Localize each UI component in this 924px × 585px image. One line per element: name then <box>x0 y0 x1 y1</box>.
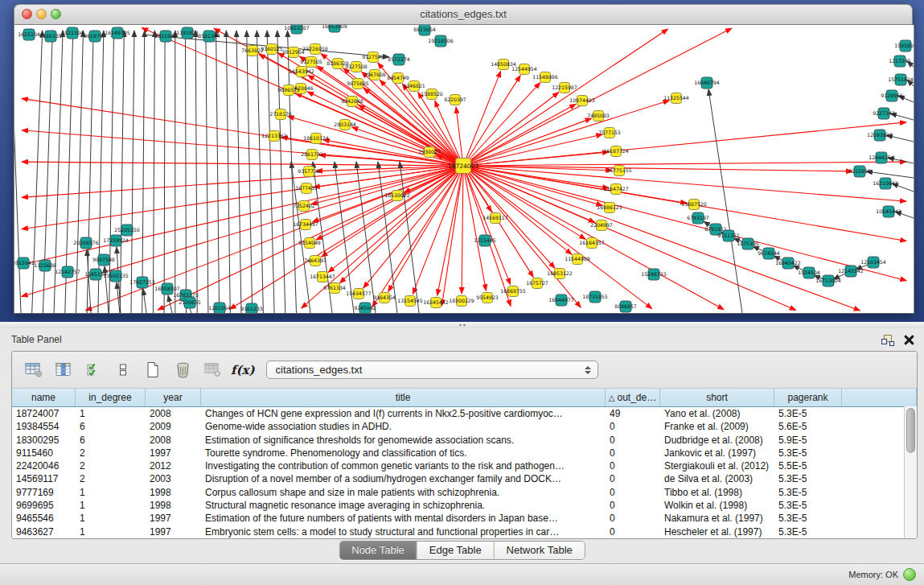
network-node[interactable]: 9161233 <box>240 303 263 314</box>
cell-year[interactable]: 2009 <box>146 420 201 433</box>
network-node[interactable]: 15434577 <box>346 289 372 299</box>
cell-pagerank[interactable]: 5.3E-5 <box>774 447 842 459</box>
network-node[interactable]: 18731055 <box>582 291 608 303</box>
cell-title[interactable]: Estimation of the future numbers of pati… <box>201 512 606 525</box>
network-node[interactable]: 2718176 <box>269 109 292 120</box>
network-node[interactable]: 2861733 <box>301 150 323 160</box>
network-node[interactable]: 9127546 <box>362 52 384 63</box>
cell-out_degree[interactable]: 0 <box>606 447 660 459</box>
network-node[interactable]: 23226058 <box>302 44 328 55</box>
cell-title[interactable]: Structural magnetic resonance image aver… <box>201 499 606 512</box>
cell-out_degree[interactable]: 0 <box>606 459 660 472</box>
table-row[interactable]: 1830029562008Estimation of significance … <box>12 434 917 447</box>
cell-out_degree[interactable]: 0 <box>606 420 660 433</box>
network-node[interactable]: 12093822 <box>867 130 893 141</box>
network-node[interactable]: 1217245 <box>889 56 911 67</box>
network-node[interactable]: 3915941 <box>14 257 35 269</box>
network-node[interactable]: 9242848 <box>341 97 363 107</box>
network-node[interactable]: 16869755 <box>500 286 526 297</box>
cell-short[interactable]: Tibbo et al. (1998) <box>660 486 774 499</box>
network-node[interactable]: 8912954 <box>282 47 305 58</box>
table-mode-icon[interactable] <box>23 360 44 381</box>
network-node[interactable]: 7664397 <box>304 256 326 266</box>
table-row[interactable]: 946554611997Estimation of the future num… <box>12 512 917 525</box>
network-node[interactable]: 9554923 <box>476 293 499 303</box>
network-node[interactable]: 16543942 <box>289 67 314 77</box>
cell-year[interactable]: 1997 <box>146 512 201 525</box>
tab-node-table[interactable]: Node Table <box>339 542 417 559</box>
network-node[interactable]: 2180335 <box>39 31 62 42</box>
clear-selection-icon[interactable] <box>113 360 133 381</box>
function-builder-icon[interactable]: f(x) <box>231 363 255 377</box>
cell-year[interactable]: 1997 <box>146 525 201 538</box>
column-header-pagerank[interactable]: pagerank <box>774 389 842 406</box>
cell-in_degree[interactable]: 1 <box>76 512 146 525</box>
network-node[interactable]: 8572274 <box>388 54 410 65</box>
cell-pagerank[interactable]: 5.3E-5 <box>774 499 842 512</box>
network-node[interactable]: 10545443 <box>876 206 901 217</box>
cell-year[interactable]: 2012 <box>146 459 201 472</box>
network-node[interactable]: 13154545 <box>397 296 423 307</box>
network-node[interactable]: 25205150 <box>114 225 140 236</box>
cell-pagerank[interactable]: 5.3E-5 <box>774 472 842 485</box>
network-node[interactable]: 1675727 <box>526 278 548 289</box>
network-node[interactable]: 16734497 <box>293 220 318 230</box>
network-node[interactable]: 2021945 <box>154 31 177 42</box>
zoom-window-icon[interactable] <box>51 9 61 19</box>
cell-name[interactable]: 9699695 <box>12 499 76 512</box>
tab-edge-table[interactable]: Edge Table <box>417 542 494 559</box>
cell-name[interactable]: 18300295 <box>12 434 76 447</box>
network-node[interactable]: 19218506 <box>428 35 454 47</box>
column-header-short[interactable]: short <box>660 389 774 406</box>
network-node[interactable]: 6793197 <box>687 212 709 224</box>
network-node[interactable]: 2803144 <box>334 120 356 130</box>
cell-short[interactable]: Dudbridge et al. (2008) <box>660 434 774 447</box>
network-node[interactable]: 7252402 <box>293 201 315 212</box>
cell-name[interactable]: 9465546 <box>12 512 76 525</box>
network-node[interactable]: 20206576 <box>73 237 99 249</box>
cell-name[interactable]: 14569117 <box>12 472 76 485</box>
cell-short[interactable]: Jankovic et al. (1997) <box>660 447 774 459</box>
column-header-year[interactable]: year <box>146 389 201 406</box>
splitter-grip-icon[interactable] <box>458 323 466 327</box>
cell-out_degree[interactable]: 49 <box>606 407 660 420</box>
network-node[interactable]: 11548086 <box>532 72 558 83</box>
network-node[interactable]: 1625104 <box>18 29 40 40</box>
table-row[interactable]: 911546021997Tourette syndrome. Phenomeno… <box>12 447 917 459</box>
cell-in_degree[interactable]: 1 <box>76 407 146 420</box>
cell-name[interactable]: 19384554 <box>12 420 76 433</box>
show-column-icon[interactable] <box>53 360 74 381</box>
network-node[interactable]: 8220397 <box>444 95 466 105</box>
cell-year[interactable]: 1998 <box>146 499 201 512</box>
tab-network-table[interactable]: Network Table <box>494 542 585 559</box>
network-node[interactable]: 1191923 <box>176 27 199 39</box>
cell-in_degree[interactable]: 6 <box>76 420 146 433</box>
network-node[interactable]: 12213363 <box>261 131 287 142</box>
network-node[interactable]: 9164354 <box>373 293 396 303</box>
network-node[interactable]: 2930027 <box>418 147 441 158</box>
cell-title[interactable]: Embryonic stem cells: a model to study s… <box>201 525 606 538</box>
panel-splitter[interactable] <box>0 322 924 328</box>
cell-pagerank[interactable]: 5.6E-5 <box>774 420 842 433</box>
cell-short[interactable]: Wolkin et al. (1998) <box>660 499 774 512</box>
cell-out_degree[interactable]: 0 <box>606 486 660 499</box>
cell-name[interactable]: 18724007 <box>12 407 76 420</box>
network-node[interactable]: 9875685 <box>347 79 369 89</box>
network-node[interactable]: 1677433 <box>295 183 318 194</box>
network-node[interactable]: 15248733 <box>641 269 667 280</box>
network-node[interactable]: 7577153 <box>598 128 621 138</box>
network-node[interactable]: 9245042 <box>354 303 376 314</box>
cell-in_degree[interactable]: 6 <box>76 434 146 447</box>
network-node[interactable]: 16164357 <box>579 238 605 249</box>
network-node[interactable]: 9619797 <box>84 31 106 42</box>
network-node[interactable]: 18530022 <box>384 191 410 201</box>
network-node[interactable]: 11544909 <box>565 254 590 265</box>
cell-in_degree[interactable]: 2 <box>76 459 146 472</box>
network-node[interactable]: 7485083 <box>587 111 610 122</box>
cell-in_degree[interactable]: 1 <box>76 486 146 499</box>
new-table-icon[interactable] <box>142 360 163 381</box>
column-header-in_degree[interactable]: in_degree <box>76 389 146 406</box>
network-node[interactable]: 1588520 <box>421 89 443 100</box>
cell-year[interactable]: 1998 <box>146 486 201 499</box>
network-node[interactable]: 13505135 <box>103 270 129 282</box>
